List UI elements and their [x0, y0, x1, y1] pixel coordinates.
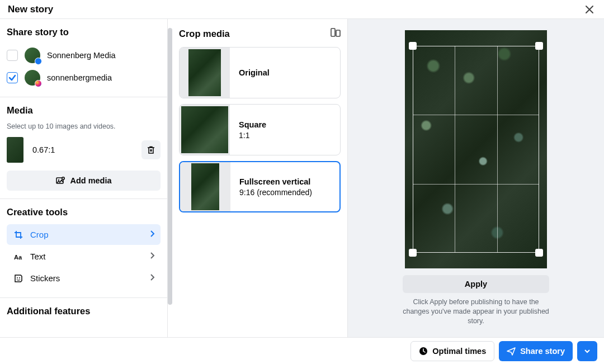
- send-icon: [507, 347, 516, 356]
- share-dropdown-button[interactable]: [577, 341, 597, 361]
- apply-label: Apply: [465, 280, 487, 289]
- crop-option-original[interactable]: Original: [179, 47, 341, 98]
- preview-frame: [405, 30, 547, 268]
- media-thumbnail[interactable]: [7, 137, 23, 163]
- svg-rect-7: [336, 30, 340, 36]
- crop-handle-bl[interactable]: [409, 249, 417, 257]
- svg-point-4: [17, 277, 18, 278]
- optimal-times-label: Optimal times: [432, 347, 486, 356]
- svg-point-5: [19, 277, 20, 278]
- avatar: [25, 48, 40, 63]
- tool-crop[interactable]: Crop: [7, 224, 161, 245]
- crop-option-square[interactable]: Square 1:1: [179, 104, 341, 155]
- crop-option-name: Original: [239, 68, 270, 77]
- tool-label: Stickers: [30, 273, 60, 283]
- crop-option-fullscreen-vertical[interactable]: Fullscreen vertical 9:16 (recommended): [179, 161, 341, 212]
- share-story-label: Share story: [520, 347, 565, 356]
- tool-label: Crop: [30, 230, 49, 239]
- crop-option-ratio: 1:1: [239, 131, 266, 140]
- orientation-icon: [331, 28, 341, 37]
- tool-label: Text: [30, 252, 46, 261]
- crop-handle-tl[interactable]: [409, 42, 417, 50]
- chevron-right-icon: [149, 252, 155, 261]
- account-name: sonnenbergmedia: [47, 73, 112, 82]
- crop-thumb: [191, 163, 219, 210]
- chevron-right-icon: [149, 230, 155, 239]
- instagram-badge-icon: [35, 80, 42, 87]
- crop-handle-br[interactable]: [535, 249, 543, 257]
- share-section-title: Share story to: [7, 27, 161, 37]
- apply-button[interactable]: Apply: [403, 275, 549, 293]
- crop-panel-title: Crop media: [179, 29, 230, 39]
- sidebar-scrollbar[interactable]: [168, 28, 172, 305]
- crop-option-name: Square: [239, 120, 266, 129]
- share-account-row[interactable]: Sonnenberg Media: [7, 44, 161, 67]
- crop-handle-tr[interactable]: [535, 42, 543, 50]
- media-ratio-label: 0.67:1: [32, 145, 133, 154]
- optimal-times-button[interactable]: Optimal times: [410, 341, 494, 361]
- checkbox-fb[interactable]: [7, 50, 18, 61]
- facebook-badge-icon: [35, 58, 42, 65]
- crop-thumb: [181, 106, 228, 153]
- close-button[interactable]: [583, 3, 596, 16]
- additional-features-title: Additional features: [0, 298, 167, 319]
- text-icon: Aa: [13, 252, 23, 261]
- orientation-toggle[interactable]: [331, 28, 341, 39]
- add-media-label: Add media: [70, 176, 111, 185]
- media-section-sub: Select up to 10 images and videos.: [7, 122, 161, 130]
- svg-rect-6: [331, 29, 335, 36]
- crop-option-name: Fullscreen vertical: [239, 177, 312, 186]
- crop-thumb: [188, 49, 221, 96]
- close-icon: [584, 4, 594, 15]
- sticker-icon: [13, 274, 23, 283]
- svg-text:Aa: Aa: [14, 254, 22, 261]
- account-name: Sonnenberg Media: [47, 51, 116, 60]
- page-title: New story: [8, 4, 53, 15]
- tool-text[interactable]: Aa Text: [7, 246, 161, 267]
- add-media-button[interactable]: Add media: [7, 171, 161, 191]
- media-section-title: Media: [7, 105, 161, 116]
- svg-point-1: [58, 179, 59, 181]
- tool-stickers[interactable]: Stickers: [7, 268, 161, 289]
- chevron-right-icon: [149, 273, 155, 283]
- share-story-button[interactable]: Share story: [499, 341, 573, 361]
- share-account-row[interactable]: sonnenbergmedia: [7, 67, 161, 89]
- crop-option-ratio: 9:16 (recommended): [239, 188, 312, 197]
- delete-media-button[interactable]: [141, 140, 161, 159]
- checkbox-ig[interactable]: [7, 72, 18, 83]
- caret-down-icon: [584, 348, 591, 354]
- add-image-icon: [55, 176, 65, 186]
- avatar: [25, 70, 40, 86]
- crop-icon: [13, 230, 23, 239]
- tools-section-title: Creative tools: [7, 207, 161, 218]
- apply-note: Click Apply before publishing to have th…: [403, 297, 549, 326]
- clock-icon: [419, 347, 428, 356]
- crop-grid[interactable]: [413, 46, 539, 253]
- trash-icon: [147, 145, 155, 154]
